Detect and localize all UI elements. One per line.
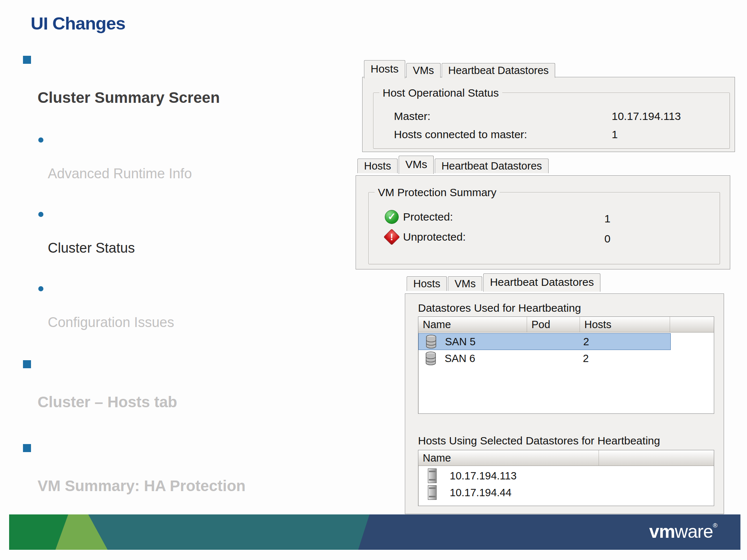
column-header-name[interactable]: Name (418, 450, 599, 466)
datastore-name: SAN 6 (445, 353, 526, 365)
footer-bar: vmware® (9, 514, 740, 550)
page-title: UI Changes (31, 13, 125, 34)
bullet-cluster-status: Cluster Status (23, 206, 286, 273)
datastore-icon (425, 351, 437, 366)
vmware-logo: vmware® (649, 521, 717, 542)
host-name: 10.17.194.113 (450, 470, 516, 482)
master-label: Master: (394, 110, 430, 122)
bullet-cluster-summary-screen: Cluster Summary Screen (23, 50, 286, 126)
protected-value: 1 (604, 213, 611, 225)
hosts-connected-value: 1 (612, 128, 618, 141)
table-row-host-44[interactable]: 10.17.194.44 (418, 484, 714, 501)
column-header-pod[interactable]: Pod (527, 317, 580, 332)
vm-protection-summary-groupbox: VM Protection Summary ✓ Protected: 1 ! U… (368, 192, 720, 264)
column-header-name[interactable]: Name (418, 317, 527, 332)
groupbox-title: Host Operational Status (379, 87, 502, 99)
round-bullet-icon (38, 212, 43, 217)
tab-hosts[interactable]: Hosts (407, 276, 447, 291)
host-name: 10.17.194.44 (450, 487, 511, 499)
bullet-list: Cluster Summary Screen Advanced Runtime … (23, 50, 286, 560)
groupbox-title: VM Protection Summary (375, 186, 500, 199)
tab-hosts[interactable]: Hosts (357, 159, 398, 173)
datastore-icon (425, 334, 437, 349)
master-value: 10.17.194.113 (612, 110, 681, 122)
tab-hosts[interactable]: Hosts (364, 60, 405, 78)
hosts-section-title: Hosts Using Selected Datastores for Hear… (418, 435, 660, 447)
bullet-label: Cluster Status (48, 240, 286, 256)
hosts-connected-label: Hosts connected to master: (394, 128, 527, 141)
unprotected-alert-icon: ! (383, 229, 400, 245)
table-row-san6[interactable]: SAN 6 2 (418, 350, 671, 367)
bullet-label: Configuration Issues (48, 314, 286, 331)
bullet-configuration-issues: Configuration Issues (23, 280, 286, 347)
heartbeat-datastores-tab-screenshot: Hosts VMs Heartbeat Datastores Datastore… (405, 273, 723, 513)
tab-vms[interactable]: VMs (406, 63, 441, 78)
table-row-san5[interactable]: SAN 5 2 (418, 333, 671, 350)
bullet-label: Advanced Runtime Info (48, 165, 286, 182)
bullet-label: Cluster Summary Screen (38, 88, 286, 107)
square-bullet-icon (23, 360, 31, 368)
unprotected-value: 0 (604, 233, 611, 245)
host-icon (428, 485, 437, 500)
footer-navy-shape (9, 514, 740, 550)
protected-label: Protected: (403, 211, 453, 223)
square-bullet-icon (23, 56, 31, 64)
datastores-table-header: Name Pod Hosts (418, 317, 714, 332)
datastore-hosts-count: 2 (579, 336, 589, 348)
protected-check-icon: ✓ (385, 210, 399, 224)
hosts-table: Name 10.17.194.113 10.17.194.44 (418, 450, 714, 506)
column-header-empty (670, 317, 714, 332)
bullet-vm-summary-ha-protection: VM Summary: HA Protection (23, 439, 286, 514)
round-bullet-icon (38, 286, 43, 291)
bullet-advanced-runtime-info: Advanced Runtime Info (23, 132, 286, 199)
datastore-hosts-count: 2 (578, 353, 589, 365)
host-icon (428, 468, 437, 483)
column-header-empty (599, 450, 714, 466)
datastore-name: SAN 5 (445, 336, 526, 348)
tab-vms[interactable]: VMs (448, 276, 482, 291)
round-bullet-icon (38, 137, 43, 143)
tab-heartbeat-datastores[interactable]: Heartbeat Datastores (442, 63, 556, 78)
bullet-label: VM Summary: HA Protection (38, 477, 286, 495)
datastores-section-title: Datastores Used for Heartbeating (418, 302, 581, 314)
tab-heartbeat-datastores[interactable]: Heartbeat Datastores (435, 159, 549, 173)
vmware-logo-ware: ware (675, 521, 713, 541)
square-bullet-icon (23, 444, 31, 452)
bullet-label: Cluster – Hosts tab (38, 393, 286, 412)
hosts-table-header: Name (418, 450, 714, 466)
bullet-cluster-hosts-tab: Cluster – Hosts tab (23, 355, 286, 431)
datastores-table: Name Pod Hosts SAN 5 2 (418, 316, 714, 414)
hosts-tab-screenshot: Hosts VMs Heartbeat Datastores Host Oper… (362, 59, 734, 151)
tab-vms[interactable]: VMs (399, 156, 434, 174)
column-header-hosts[interactable]: Hosts (580, 317, 670, 332)
host-operational-status-groupbox: Host Operational Status Master: 10.17.19… (373, 93, 730, 149)
unprotected-label: Unprotected: (403, 231, 466, 243)
registered-trademark-icon: ® (713, 522, 717, 529)
vms-tab-screenshot: Hosts VMs Heartbeat Datastores VM Protec… (356, 155, 729, 269)
table-row-host-113[interactable]: 10.17.194.113 (418, 467, 714, 484)
tab-heartbeat-datastores[interactable]: Heartbeat Datastores (483, 273, 600, 292)
vmware-logo-vm: vm (649, 521, 675, 541)
